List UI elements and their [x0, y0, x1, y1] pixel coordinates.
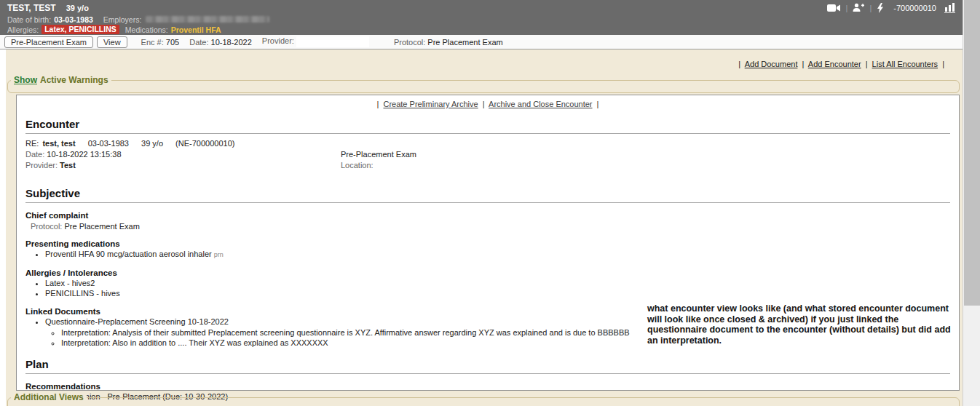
provider-value-redacted — [296, 36, 369, 47]
add-person-icon[interactable] — [853, 3, 864, 12]
separator: | — [802, 60, 805, 68]
annotation-note: what encounter view looks like (and what… — [647, 303, 952, 346]
list-item: Proventil HFA 90 mcg/actuation aerosol i… — [45, 250, 950, 260]
date-label: Date: — [189, 38, 208, 47]
protocol-value: Pre Placement Exam — [427, 38, 502, 47]
encounter-location-label: Location: — [341, 160, 374, 171]
encounter-exam-type: Pre-Placement Exam — [341, 149, 416, 160]
patient-banner: TEST, TEST 39 y/o | | -700000010 Date of… — [0, 0, 963, 35]
chief-complaint-protocol: Protocol: Pre Placement Exam — [31, 221, 950, 231]
dob-label: Date of birth: — [7, 15, 51, 24]
employers-value-redacted — [146, 16, 269, 23]
list-item: Latex - hives2 — [45, 279, 950, 289]
re-dob: 03-03-1983 — [88, 139, 129, 148]
separator: | — [377, 100, 379, 108]
enc-number-value: 705 — [166, 38, 179, 47]
list-all-encounters-link[interactable]: List All Encounters — [872, 60, 938, 68]
re-patient-name: test, test — [42, 139, 75, 148]
presenting-medications-heading: Presenting medications — [25, 239, 950, 248]
enc-number-label: Enc #: — [141, 38, 164, 47]
patient-age: 39 y/o — [66, 4, 89, 12]
divider — [25, 133, 950, 134]
divider — [25, 202, 950, 203]
allergies-heading: Allergies / Intolerances — [25, 268, 950, 277]
allergies-label: Allergies: — [7, 25, 39, 34]
employers-label: Employers: — [103, 15, 142, 24]
provider-label: Provider: — [262, 36, 294, 45]
encounter-provider-label: Provider: — [25, 161, 58, 170]
patient-name: TEST, TEST — [7, 3, 56, 13]
add-document-link[interactable]: Add Document — [745, 60, 798, 68]
active-warnings-legend: ShowActive Warnings — [11, 75, 111, 85]
encounter-date-label: Date: — [25, 150, 44, 159]
re-line: RE: test, test 03-03-1983 39 y/o (NE-700… — [25, 138, 950, 149]
add-encounter-link[interactable]: Add Encounter — [808, 60, 861, 68]
allergy-badge: Latex, PENICILLINS — [42, 25, 119, 34]
encounter-provider-value: Test — [60, 161, 76, 170]
additional-views-legend: Additional Views — [11, 392, 87, 402]
archive-links-top: | Create Preliminary Archive | Archive a… — [25, 100, 950, 108]
encounter-heading: Encounter — [25, 118, 950, 130]
video-camera-icon[interactable] — [827, 4, 841, 12]
medication-prn: prn — [214, 251, 224, 258]
encounter-date-line: Date: 10-18-2022 13:15:38 Pre-Placement … — [25, 149, 950, 160]
encounter-provider-line: Provider: Test Location: — [25, 160, 950, 171]
re-encounter-id: (NE-700000010) — [175, 139, 234, 148]
separator: | — [942, 60, 944, 68]
divider — [25, 373, 950, 374]
active-warnings-section: ShowActive Warnings — [7, 80, 960, 93]
subjective-heading: Subjective — [25, 187, 950, 199]
protocol-label: Protocol: — [394, 38, 425, 47]
medication-text: Proventil HFA 90 mcg/actuation aerosol i… — [45, 250, 212, 258]
chief-complaint-heading: Chief complaint — [25, 211, 950, 220]
dob-value: 03-03-1983 — [54, 15, 93, 24]
recommendations-heading: Recommendations — [25, 382, 950, 391]
header-links: | Add Document | Add Encounter | List Al… — [736, 60, 947, 68]
separator: | — [866, 60, 868, 68]
list-item: PENICILLINS - hives — [45, 289, 950, 299]
patient-id: -700000010 — [893, 4, 936, 12]
date-value: 10-18-2022 — [211, 38, 252, 47]
active-warnings-title: Active Warnings — [40, 75, 108, 85]
pre-placement-exam-button[interactable]: Pre-Placement Exam — [4, 36, 93, 48]
encounter-toolbar: Pre-Placement Exam View Enc #: 705 Date:… — [0, 35, 963, 49]
separator: | — [869, 4, 872, 12]
additional-views-section: Additional Views — [7, 397, 960, 406]
separator: | — [597, 100, 599, 108]
medications-label: Medications: — [125, 25, 168, 34]
lightning-icon[interactable] — [877, 3, 884, 13]
vertical-scrollbar[interactable] — [963, 0, 980, 406]
separator: | — [846, 4, 848, 12]
separator: | — [483, 100, 485, 108]
chart-icon[interactable] — [944, 3, 955, 13]
re-age: 39 y/o — [141, 139, 163, 148]
encounter-date-value: 10-18-2022 13:15:38 — [47, 150, 121, 159]
main-content: | Add Document | Add Encounter | List Al… — [6, 49, 963, 406]
show-active-warnings-link[interactable]: Show — [14, 75, 37, 85]
archive-and-close-encounter-link[interactable]: Archive and Close Encounter — [489, 100, 592, 108]
additional-views-title: Additional Views — [14, 392, 84, 402]
re-label: RE: — [25, 139, 39, 148]
allergies-list: Latex - hives2 PENICILLINS - hives — [25, 279, 950, 299]
linked-document-title: Questionnaire-Preplacement Screening 10-… — [45, 317, 229, 326]
create-preliminary-archive-link[interactable]: Create Preliminary Archive — [383, 100, 478, 108]
view-button[interactable]: View — [97, 36, 127, 48]
protocol-label: Protocol: — [31, 222, 62, 231]
scrollbar-thumb[interactable] — [964, 0, 980, 306]
medications-value: Proventil HFA — [171, 25, 221, 34]
separator: | — [738, 60, 740, 68]
presenting-medications-list: Proventil HFA 90 mcg/actuation aerosol i… — [25, 250, 950, 260]
encounter-document-panel: | Create Preliminary Archive | Archive a… — [16, 95, 960, 391]
plan-heading: Plan — [25, 358, 950, 370]
protocol-value: Pre Placement Exam — [64, 222, 139, 231]
